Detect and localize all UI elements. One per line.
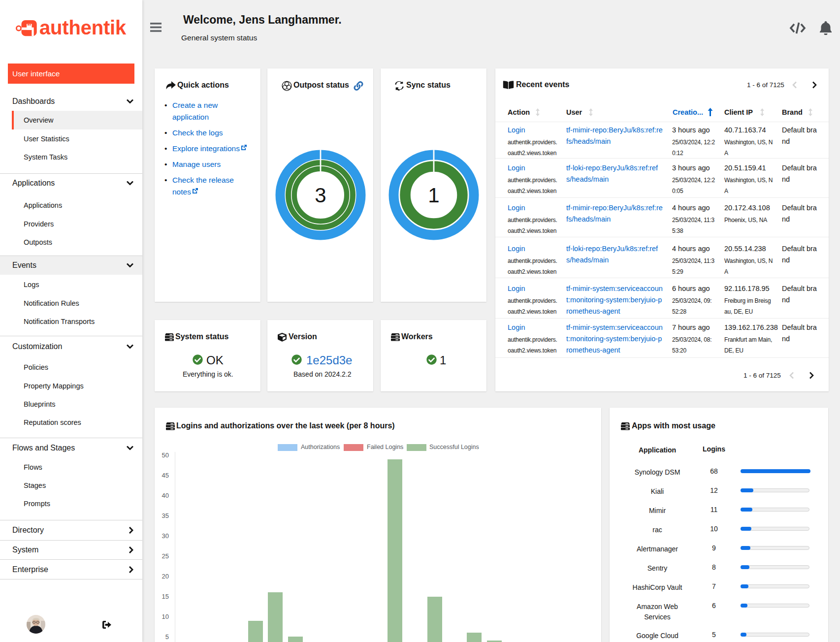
svg-text:3: 3 xyxy=(315,184,326,207)
svg-text:1: 1 xyxy=(428,184,439,207)
svg-text:authentik: authentik xyxy=(39,19,127,38)
